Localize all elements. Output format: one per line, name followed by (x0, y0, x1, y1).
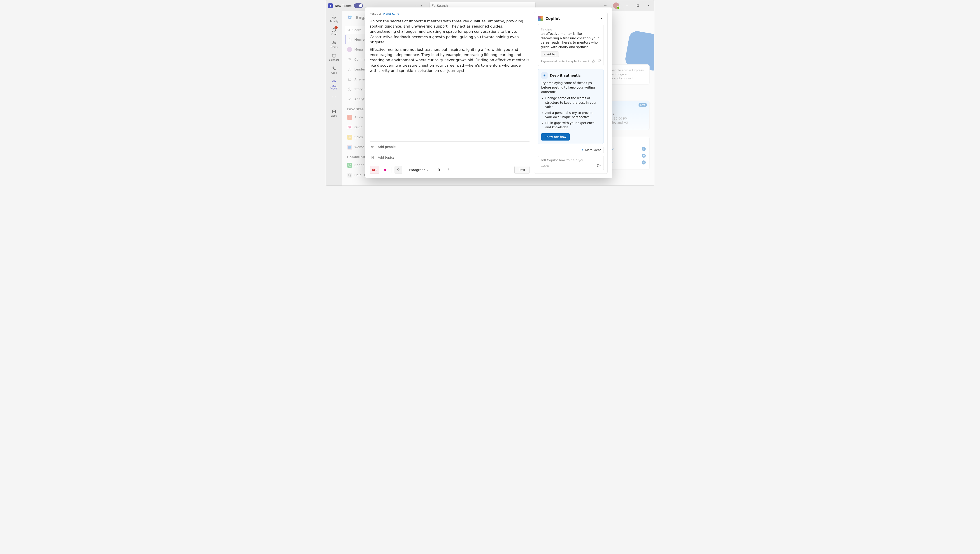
copilot-input-box[interactable]: Tell Copilot how to help you 0/2000 (538, 156, 604, 170)
copilot-response-text: where curiosity never grows old. Finding… (541, 27, 601, 49)
compose-pane: Post as: Mona Kane Unlock the secrets of… (370, 12, 530, 174)
svg-point-3 (334, 42, 336, 43)
app-name: New Teams (335, 4, 352, 8)
more-ideas-button[interactable]: ✦ More ideas (579, 147, 604, 153)
add-topics-label: Add topics (378, 156, 394, 159)
nav-forward-button[interactable]: › (421, 4, 422, 8)
rail-label: Teams (331, 46, 338, 48)
people-icon (370, 145, 375, 149)
post-type-discussion-button[interactable]: ▾ (370, 166, 379, 174)
tips-intro: Try employing some of these tips before … (541, 81, 595, 94)
more-icon: ⋯ (331, 94, 337, 99)
window-close-button[interactable]: ✕ (646, 3, 652, 9)
topic-icon (370, 155, 375, 160)
rail-activity[interactable]: Activity (327, 13, 341, 24)
rail-calls[interactable]: Calls (327, 65, 341, 75)
rail-label: Calls (331, 72, 337, 74)
window-maximize-button[interactable]: ☐ (635, 3, 641, 9)
rail-apps[interactable]: Apps (327, 108, 341, 118)
compose-editor[interactable]: Unlock the secrets of impactful mentors … (370, 19, 530, 141)
added-chip[interactable]: ✓ Added (541, 51, 559, 57)
check-icon: ✓ (543, 53, 546, 56)
rail-label: Chat (331, 33, 337, 35)
added-label: Added (547, 53, 556, 56)
copilot-title: Copilot (546, 16, 560, 21)
rail-more[interactable]: ⋯ (327, 93, 341, 100)
compose-dialog: Post as: Mona Kane Unlock the secrets of… (365, 8, 612, 178)
app-rail: Activity 1 Chat Teams Calendar Calls (326, 11, 342, 185)
copilot-close-button[interactable]: ✕ (599, 16, 604, 21)
window-minimize-button[interactable]: — (624, 3, 630, 9)
svg-rect-31 (600, 60, 601, 61)
send-button[interactable] (597, 163, 601, 168)
profile-avatar[interactable] (613, 3, 619, 9)
rail-label: Apps (331, 115, 337, 117)
copilot-panel: Copilot ✕ where curiosity never grows ol… (534, 12, 608, 174)
chat-badge: 1 (334, 26, 338, 29)
paragraph-label: Paragraph (409, 168, 425, 172)
rail-chat[interactable]: 1 Chat (327, 26, 341, 37)
rail-label: Viva Engage (327, 85, 341, 89)
new-teams-toggle[interactable] (354, 3, 363, 8)
apps-icon (331, 109, 337, 114)
tip-item: Add a personal story to provide your own… (545, 111, 600, 120)
copilot-logo-icon (538, 16, 543, 21)
toolbar-divider (391, 167, 392, 173)
svg-point-22 (373, 146, 374, 147)
rail-divider (330, 104, 338, 104)
rail-label: Calendar (329, 59, 339, 61)
teams-app-icon: T (328, 3, 332, 8)
rail-viva-engage[interactable]: Viva Engage (327, 78, 341, 90)
tip-item: Fill in gaps with your experience and kn… (545, 121, 600, 130)
paragraph-style-selector[interactable]: Paragraph ▾ (408, 166, 429, 174)
svg-rect-30 (592, 61, 592, 62)
rail-label: Activity (330, 20, 338, 22)
add-topics-row[interactable]: Add topics (370, 152, 530, 163)
calendar-icon (331, 53, 337, 58)
char-counter: 0/2000 (541, 164, 550, 168)
post-as-user-link[interactable]: Mona Kane (383, 12, 399, 15)
add-people-label: Add people (378, 145, 396, 148)
post-type-announcement-button[interactable] (381, 166, 389, 174)
engage-icon (331, 79, 337, 84)
compose-paragraph: Effective mentors are not just teachers … (370, 47, 530, 73)
bold-button[interactable]: B (435, 166, 442, 174)
more-formatting-button[interactable]: ⋯ (454, 166, 461, 174)
search-placeholder: Search (437, 4, 448, 8)
rail-calendar[interactable]: Calendar (327, 52, 341, 62)
svg-point-8 (334, 81, 334, 81)
tip-item: Change some of the words or structure to… (545, 96, 600, 109)
ai-disclaimer: AI-generated content may be incorrect (541, 60, 589, 63)
sparkle-icon: ✦ (541, 72, 547, 79)
show-me-how-button[interactable]: Show me how (541, 133, 570, 140)
chevron-down-icon: ▾ (427, 169, 428, 171)
search-icon (432, 4, 435, 8)
svg-point-2 (333, 42, 334, 43)
chat-icon: 1 (331, 27, 337, 32)
more-ideas-label: More ideas (585, 148, 601, 152)
rail-teams[interactable]: Teams (327, 39, 341, 49)
phone-icon (331, 66, 337, 71)
copilot-tips-card: ✦ Keep it authentic Try employing some o… (538, 69, 604, 144)
svg-line-1 (434, 6, 435, 6)
add-people-row[interactable]: Add people (370, 141, 530, 152)
thumbs-down-button[interactable] (598, 59, 601, 63)
toolbar-divider (405, 167, 405, 173)
svg-point-0 (433, 4, 434, 6)
bell-icon (331, 14, 337, 20)
nav-back-button[interactable]: ‹ (415, 4, 417, 8)
copilot-toolbar-button[interactable] (395, 166, 402, 174)
thumbs-up-button[interactable] (592, 59, 595, 63)
megaphone-icon (383, 168, 387, 172)
people-icon (331, 40, 337, 45)
compose-paragraph: Unlock the secrets of impactful mentors … (370, 19, 530, 45)
post-as-label: Post as: (370, 12, 381, 15)
post-button[interactable]: Post (514, 166, 530, 174)
italic-button[interactable]: I (444, 166, 452, 174)
tips-title: Keep it authentic (550, 73, 581, 77)
chevron-down-icon: ▾ (376, 169, 377, 171)
svg-rect-29 (384, 170, 384, 171)
sparkle-icon: ✦ (581, 148, 584, 152)
svg-rect-4 (332, 54, 336, 57)
compose-toolbar: ▾ Paragraph ▾ B I ⋯ Post (370, 163, 530, 174)
